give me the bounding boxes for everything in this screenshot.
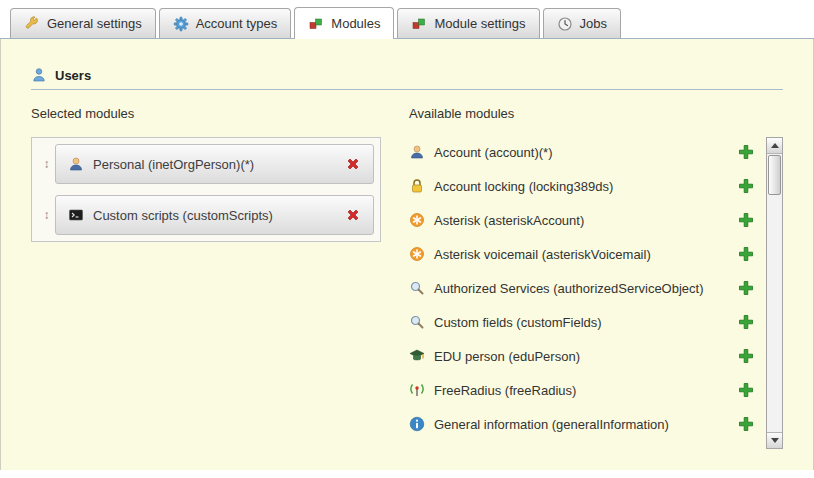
plus-icon[interactable]	[738, 246, 754, 262]
script-icon	[68, 207, 84, 223]
users-section-heading: Users	[31, 67, 783, 90]
available-module-row: EDU person (eduPerson)	[409, 339, 766, 373]
clock-icon	[557, 16, 573, 32]
scroll-up-button[interactable]	[767, 138, 782, 154]
magnifier-icon	[409, 280, 425, 296]
scrollbar[interactable]	[766, 137, 783, 449]
drag-handle-icon[interactable]: ↕	[38, 208, 55, 222]
tab-label: Jobs	[580, 16, 607, 31]
available-module-row: Custom fields (customFields)	[409, 305, 766, 339]
drag-handle-icon[interactable]: ↕	[38, 157, 55, 171]
module-columns: Selected modules ↕ Personal (inetOrgPers…	[31, 106, 783, 449]
delete-icon[interactable]	[345, 207, 361, 223]
available-module-label: Authorized Services (authorizedServiceOb…	[434, 281, 704, 296]
magnifier-icon	[409, 314, 425, 330]
gear-icon	[173, 16, 189, 32]
plus-icon[interactable]	[738, 178, 754, 194]
info-icon	[409, 416, 425, 432]
available-module-row: Authorized Services (authorizedServiceOb…	[409, 271, 766, 305]
modules-icon	[308, 16, 324, 32]
available-module-label: General information (generalInformation)	[434, 417, 669, 432]
user-icon	[31, 67, 47, 83]
tab-module-settings[interactable]: Module settings	[397, 8, 539, 38]
tab-account-types[interactable]: Account types	[159, 8, 292, 38]
available-module-label: Custom fields (customFields)	[434, 315, 602, 330]
available-module-label: FreeRadius (freeRadius)	[434, 383, 576, 398]
arrow-down-icon	[771, 438, 779, 443]
plus-icon[interactable]	[738, 416, 754, 432]
available-module-row: Asterisk (asteriskAccount)	[409, 203, 766, 237]
available-module-row: Asterisk voicemail (asteriskVoicemail)	[409, 237, 766, 271]
tab-label: General settings	[47, 16, 142, 31]
selected-module-label: Personal (inetOrgPerson)(*)	[93, 157, 254, 172]
plus-icon[interactable]	[738, 280, 754, 296]
section-title: Users	[55, 68, 91, 83]
available-module-row: Account locking (locking389ds)	[409, 169, 766, 203]
available-modules-wrap: Account (account)(*) Account locking (lo…	[409, 135, 783, 449]
plus-icon[interactable]	[738, 314, 754, 330]
asterisk-icon	[409, 212, 425, 228]
module-settings-icon	[411, 16, 427, 32]
scroll-down-button[interactable]	[767, 432, 782, 448]
available-module-label: Account locking (locking389ds)	[434, 179, 613, 194]
scrollbar-track[interactable]	[767, 154, 782, 432]
available-module-label: Account (account)(*)	[434, 145, 553, 160]
tab-general-settings[interactable]: General settings	[10, 8, 156, 38]
available-modules-panel: Available modules Account (account)(*) A…	[409, 106, 783, 449]
tab-jobs[interactable]: Jobs	[543, 8, 621, 38]
selected-modules-list: ↕ Personal (inetOrgPerson)(*) ↕ Custom s…	[31, 137, 381, 242]
tab-label: Module settings	[434, 16, 525, 31]
plus-icon[interactable]	[738, 348, 754, 364]
plus-icon[interactable]	[738, 382, 754, 398]
tab-bar: General settings Account types Modules M…	[0, 0, 814, 39]
selected-modules-heading: Selected modules	[31, 106, 381, 121]
selected-module-row: ↕ Custom scripts (customScripts)	[38, 195, 374, 235]
available-module-label: Asterisk (asteriskAccount)	[434, 213, 584, 228]
modules-tab-content: Users Selected modules ↕ Personal (inetO…	[0, 39, 814, 470]
available-modules-list: Account (account)(*) Account locking (lo…	[409, 135, 766, 449]
arrow-up-icon	[771, 143, 779, 148]
person-icon	[68, 156, 84, 172]
available-module-label: EDU person (eduPerson)	[434, 349, 580, 364]
education-icon	[409, 348, 425, 364]
plus-icon[interactable]	[738, 212, 754, 228]
selected-modules-panel: Selected modules ↕ Personal (inetOrgPers…	[31, 106, 381, 242]
tab-label: Modules	[331, 16, 380, 31]
available-module-row: FreeRadius (freeRadius)	[409, 373, 766, 407]
selected-module-label: Custom scripts (customScripts)	[93, 208, 273, 223]
tab-label: Account types	[196, 16, 278, 31]
tab-modules[interactable]: Modules	[294, 7, 394, 39]
delete-icon[interactable]	[345, 156, 361, 172]
plus-icon[interactable]	[738, 144, 754, 160]
selected-module-bar: Custom scripts (customScripts)	[55, 195, 374, 235]
available-module-row: General information (generalInformation)	[409, 407, 766, 441]
lock-icon	[409, 178, 425, 194]
person-icon	[409, 144, 425, 160]
available-module-label: Asterisk voicemail (asteriskVoicemail)	[434, 247, 651, 262]
available-modules-heading: Available modules	[409, 106, 783, 121]
selected-module-bar: Personal (inetOrgPerson)(*)	[55, 144, 374, 184]
wrench-icon	[24, 16, 40, 32]
selected-module-row: ↕ Personal (inetOrgPerson)(*)	[38, 144, 374, 184]
radio-icon	[409, 382, 425, 398]
scrollbar-thumb[interactable]	[768, 155, 781, 195]
asterisk-icon	[409, 246, 425, 262]
available-module-row: Account (account)(*)	[409, 135, 766, 169]
